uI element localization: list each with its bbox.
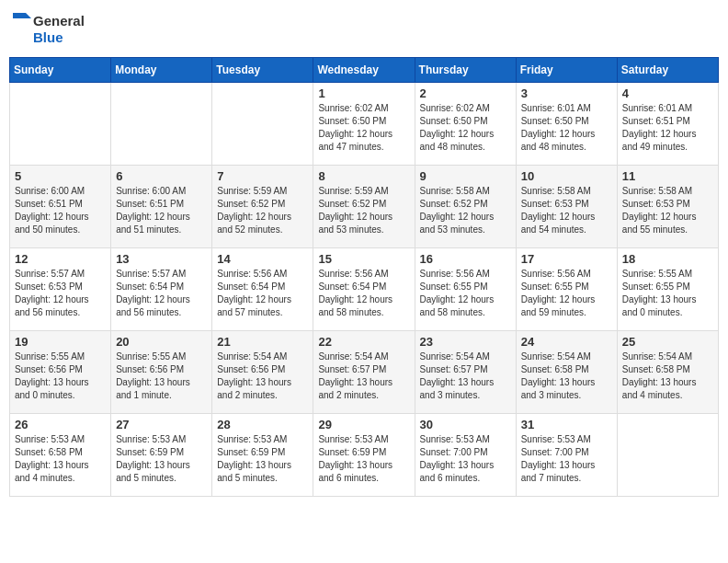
day-info: Sunrise: 6:01 AM Sunset: 6:51 PM Dayligh… — [622, 102, 713, 154]
day-number: 31 — [521, 418, 612, 431]
day-info: Sunrise: 5:56 AM Sunset: 6:55 PM Dayligh… — [521, 268, 612, 319]
day-info: Sunrise: 6:00 AM Sunset: 6:51 PM Dayligh… — [15, 185, 106, 236]
day-number: 4 — [622, 86, 713, 100]
calendar-cell: 21Sunrise: 5:54 AM Sunset: 6:56 PM Dayli… — [212, 331, 313, 414]
day-header-sunday: Sunday — [10, 58, 111, 83]
day-header-tuesday: Tuesday — [212, 58, 313, 83]
calendar-week-row: 26Sunrise: 5:53 AM Sunset: 6:58 PM Dayli… — [10, 414, 719, 497]
calendar-cell: 27Sunrise: 5:53 AM Sunset: 6:59 PM Dayli… — [111, 414, 212, 497]
day-number: 25 — [622, 335, 713, 349]
day-info: Sunrise: 5:53 AM Sunset: 7:00 PM Dayligh… — [420, 433, 511, 485]
calendar-cell: 1Sunrise: 6:02 AM Sunset: 6:50 PM Daylig… — [313, 83, 415, 166]
calendar-cell: 20Sunrise: 5:55 AM Sunset: 6:56 PM Dayli… — [111, 331, 212, 414]
svg-rect-0 — [13, 13, 26, 18]
day-info: Sunrise: 5:54 AM Sunset: 6:58 PM Dayligh… — [622, 350, 713, 402]
day-info: Sunrise: 5:56 AM Sunset: 6:54 PM Dayligh… — [217, 268, 308, 319]
calendar-week-row: 19Sunrise: 5:55 AM Sunset: 6:56 PM Dayli… — [10, 331, 719, 414]
day-info: Sunrise: 5:53 AM Sunset: 6:59 PM Dayligh… — [217, 433, 308, 485]
day-info: Sunrise: 5:57 AM Sunset: 6:53 PM Dayligh… — [15, 268, 106, 319]
calendar-cell: 29Sunrise: 5:53 AM Sunset: 6:59 PM Dayli… — [313, 414, 415, 497]
calendar-cell: 23Sunrise: 5:54 AM Sunset: 6:57 PM Dayli… — [415, 331, 516, 414]
day-info: Sunrise: 6:01 AM Sunset: 6:50 PM Dayligh… — [521, 102, 612, 154]
calendar-cell: 24Sunrise: 5:54 AM Sunset: 6:58 PM Dayli… — [516, 331, 617, 414]
calendar-cell: 6Sunrise: 6:00 AM Sunset: 6:51 PM Daylig… — [111, 166, 212, 248]
calendar-cell — [10, 83, 111, 166]
calendar-cell: 30Sunrise: 5:53 AM Sunset: 7:00 PM Dayli… — [415, 414, 516, 497]
calendar-cell: 7Sunrise: 5:59 AM Sunset: 6:52 PM Daylig… — [212, 166, 313, 248]
day-number: 24 — [521, 335, 612, 349]
day-number: 13 — [116, 252, 207, 266]
calendar-cell: 22Sunrise: 5:54 AM Sunset: 6:57 PM Dayli… — [313, 331, 415, 414]
day-info: Sunrise: 5:54 AM Sunset: 6:56 PM Dayligh… — [217, 350, 308, 402]
calendar-cell: 12Sunrise: 5:57 AM Sunset: 6:53 PM Dayli… — [10, 248, 111, 331]
day-number: 29 — [318, 418, 409, 431]
day-number: 3 — [521, 86, 612, 100]
calendar-table: SundayMondayTuesdayWednesdayThursdayFrid… — [9, 57, 719, 497]
calendar-cell: 16Sunrise: 5:56 AM Sunset: 6:55 PM Dayli… — [415, 248, 516, 331]
calendar-cell — [111, 83, 212, 166]
calendar-cell: 2Sunrise: 6:02 AM Sunset: 6:50 PM Daylig… — [415, 83, 516, 166]
day-number: 5 — [15, 169, 106, 183]
day-number: 30 — [420, 418, 511, 431]
day-number: 6 — [116, 169, 207, 183]
day-info: Sunrise: 5:59 AM Sunset: 6:52 PM Dayligh… — [318, 185, 409, 236]
day-number: 2 — [420, 86, 511, 100]
day-info: Sunrise: 6:00 AM Sunset: 6:51 PM Dayligh… — [116, 185, 207, 236]
day-number: 9 — [420, 169, 511, 183]
calendar-cell: 25Sunrise: 5:54 AM Sunset: 6:58 PM Dayli… — [617, 331, 718, 414]
calendar-cell: 14Sunrise: 5:56 AM Sunset: 6:54 PM Dayli… — [212, 248, 313, 331]
day-info: Sunrise: 5:58 AM Sunset: 6:52 PM Dayligh… — [420, 185, 511, 236]
calendar-cell — [617, 414, 718, 497]
day-info: Sunrise: 5:55 AM Sunset: 6:56 PM Dayligh… — [15, 350, 106, 402]
day-number: 17 — [521, 252, 612, 266]
day-number: 21 — [217, 335, 308, 349]
day-number: 7 — [217, 169, 308, 183]
day-number: 27 — [116, 418, 207, 431]
svg-text:Blue: Blue — [33, 29, 63, 45]
calendar-cell: 31Sunrise: 5:53 AM Sunset: 7:00 PM Dayli… — [516, 414, 617, 497]
calendar-cell: 4Sunrise: 6:01 AM Sunset: 6:51 PM Daylig… — [617, 83, 718, 166]
svg-text:General: General — [33, 13, 85, 29]
day-info: Sunrise: 5:54 AM Sunset: 6:57 PM Dayligh… — [318, 350, 409, 402]
calendar-cell: 11Sunrise: 5:58 AM Sunset: 6:53 PM Dayli… — [617, 166, 718, 248]
day-info: Sunrise: 5:53 AM Sunset: 7:00 PM Dayligh… — [521, 433, 612, 485]
day-number: 12 — [15, 252, 106, 266]
calendar-cell — [212, 83, 313, 166]
day-number: 1 — [318, 86, 409, 100]
calendar-week-row: 1Sunrise: 6:02 AM Sunset: 6:50 PM Daylig… — [10, 83, 719, 166]
day-info: Sunrise: 5:53 AM Sunset: 6:59 PM Dayligh… — [116, 433, 207, 485]
day-number: 23 — [420, 335, 511, 349]
day-header-monday: Monday — [111, 58, 212, 83]
day-number: 15 — [318, 252, 409, 266]
calendar-cell: 10Sunrise: 5:58 AM Sunset: 6:53 PM Dayli… — [516, 166, 617, 248]
calendar-cell: 9Sunrise: 5:58 AM Sunset: 6:52 PM Daylig… — [415, 166, 516, 248]
day-info: Sunrise: 6:02 AM Sunset: 6:50 PM Dayligh… — [318, 102, 409, 154]
calendar-cell: 15Sunrise: 5:56 AM Sunset: 6:54 PM Dayli… — [313, 248, 415, 331]
day-number: 20 — [116, 335, 207, 349]
calendar-cell: 19Sunrise: 5:55 AM Sunset: 6:56 PM Dayli… — [10, 331, 111, 414]
day-number: 28 — [217, 418, 308, 431]
day-info: Sunrise: 5:58 AM Sunset: 6:53 PM Dayligh… — [622, 185, 713, 236]
calendar-cell: 26Sunrise: 5:53 AM Sunset: 6:58 PM Dayli… — [10, 414, 111, 497]
day-info: Sunrise: 5:58 AM Sunset: 6:53 PM Dayligh… — [521, 185, 612, 236]
day-info: Sunrise: 5:53 AM Sunset: 6:58 PM Dayligh… — [15, 433, 106, 485]
calendar-cell: 8Sunrise: 5:59 AM Sunset: 6:52 PM Daylig… — [313, 166, 415, 248]
day-number: 8 — [318, 169, 409, 183]
calendar-week-row: 12Sunrise: 5:57 AM Sunset: 6:53 PM Dayli… — [10, 248, 719, 331]
logo: GeneralBlue — [13, 9, 105, 50]
calendar-cell: 18Sunrise: 5:55 AM Sunset: 6:55 PM Dayli… — [617, 248, 718, 331]
day-info: Sunrise: 5:59 AM Sunset: 6:52 PM Dayligh… — [217, 185, 308, 236]
page-header: GeneralBlue — [9, 9, 719, 50]
day-info: Sunrise: 5:56 AM Sunset: 6:54 PM Dayligh… — [318, 268, 409, 319]
day-info: Sunrise: 5:56 AM Sunset: 6:55 PM Dayligh… — [420, 268, 511, 319]
day-info: Sunrise: 5:54 AM Sunset: 6:58 PM Dayligh… — [521, 350, 612, 402]
day-info: Sunrise: 5:53 AM Sunset: 6:59 PM Dayligh… — [318, 433, 409, 485]
day-number: 18 — [622, 252, 713, 266]
day-info: Sunrise: 5:54 AM Sunset: 6:57 PM Dayligh… — [420, 350, 511, 402]
day-number: 14 — [217, 252, 308, 266]
calendar-cell: 28Sunrise: 5:53 AM Sunset: 6:59 PM Dayli… — [212, 414, 313, 497]
day-info: Sunrise: 5:57 AM Sunset: 6:54 PM Dayligh… — [116, 268, 207, 319]
calendar-cell: 3Sunrise: 6:01 AM Sunset: 6:50 PM Daylig… — [516, 83, 617, 166]
day-number: 19 — [15, 335, 106, 349]
day-number: 16 — [420, 252, 511, 266]
